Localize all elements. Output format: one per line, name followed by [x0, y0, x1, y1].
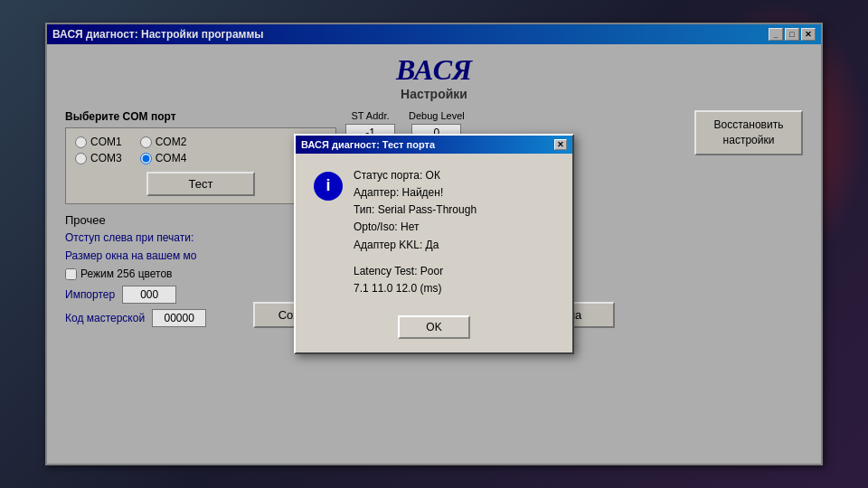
dialog-line-latency1: Latency Test: Poor [354, 263, 476, 280]
port-test-dialog: ВАСЯ диагност: Тест порта ✕ i Статус пор… [294, 134, 574, 354]
dialog-title: ВАСЯ диагност: Тест порта [301, 139, 435, 150]
dialog-ok-button[interactable]: OK [398, 315, 470, 339]
dialog-message: Статус порта: ОК Адаптер: Найден! Тип: S… [354, 167, 476, 297]
info-icon: i [314, 172, 343, 201]
dialog-content: i Статус порта: ОК Адаптер: Найден! Тип:… [296, 154, 572, 311]
dialog-line-5: Адаптер KKL: Да [354, 237, 476, 254]
dialog-line-2: Адаптер: Найден! [354, 184, 476, 202]
dialog-overlay: ВАСЯ диагност: Тест порта ✕ i Статус пор… [47, 24, 821, 464]
dialog-line-latency2: 7.1 11.0 12.0 (ms) [354, 280, 476, 297]
dialog-footer: OK [296, 311, 572, 352]
dialog-title-bar: ВАСЯ диагност: Тест порта ✕ [296, 136, 572, 154]
dialog-close-button[interactable]: ✕ [554, 139, 567, 150]
main-window: ВАСЯ диагност: Настройки программы _ □ ✕… [45, 23, 823, 465]
dialog-line-4: Opto/Iso: Нет [354, 219, 476, 236]
dialog-line-1: Статус порта: ОК [354, 167, 476, 184]
dialog-line-3: Тип: Serial Pass-Through [354, 202, 476, 219]
